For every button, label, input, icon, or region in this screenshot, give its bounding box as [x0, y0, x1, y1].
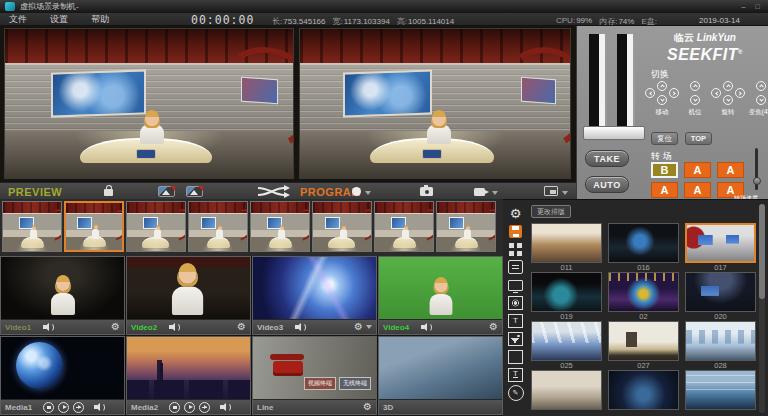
source-video-image[interactable]: [127, 257, 250, 319]
scene-bank-thumb[interactable]: [250, 201, 310, 252]
display-icon[interactable]: [506, 277, 525, 293]
left-arrow-button[interactable]: [645, 88, 655, 98]
maximize-button[interactable]: □: [752, 2, 763, 12]
volume-icon[interactable]: [43, 323, 54, 332]
gallery-scene-thumb[interactable]: [531, 272, 602, 312]
volume-icon[interactable]: [220, 403, 231, 412]
change-layout-button[interactable]: 更改排版: [531, 205, 571, 218]
volume-icon[interactable]: [421, 323, 432, 332]
gallery-scene-thumb[interactable]: [685, 321, 756, 361]
scene-bank-thumb[interactable]: [188, 201, 248, 252]
transition-a-button[interactable]: A: [684, 162, 711, 178]
gear-icon[interactable]: ⚙: [489, 322, 498, 332]
gallery-scene-thumb[interactable]: [531, 223, 602, 263]
gallery-scene-thumb[interactable]: [531, 370, 602, 410]
next-button[interactable]: [73, 402, 84, 413]
gallery-scrollbar[interactable]: [759, 204, 765, 413]
down-arrow-button[interactable]: [657, 95, 667, 105]
transition-b-button[interactable]: B: [651, 162, 678, 178]
up-arrow-button[interactable]: [657, 81, 667, 91]
gallery-scene-thumb[interactable]: [685, 223, 756, 263]
left-arrow-button[interactable]: [711, 88, 721, 98]
transition-a-button[interactable]: A: [651, 182, 678, 198]
source-video-image[interactable]: [379, 337, 502, 399]
swap-pvw-pgm-icon[interactable]: [256, 185, 290, 198]
next-button[interactable]: [199, 402, 210, 413]
source-video-image[interactable]: [127, 337, 250, 399]
transition-a-button[interactable]: A: [717, 162, 744, 178]
scene-bank-thumb[interactable]: [436, 201, 496, 252]
source-menu-caret-icon[interactable]: [366, 325, 372, 329]
source-video-image[interactable]: [253, 257, 376, 319]
gallery-scene-thumb[interactable]: [685, 370, 756, 410]
volume-icon[interactable]: [169, 323, 180, 332]
tbar-fader[interactable]: [583, 34, 645, 148]
gallery-scene-thumb[interactable]: [685, 272, 756, 312]
stop-button[interactable]: [169, 402, 180, 413]
menu-文件[interactable]: 文件: [0, 13, 36, 26]
program-monitor[interactable]: [299, 28, 571, 179]
draw-pen-icon[interactable]: [506, 385, 525, 401]
scene-grid-icon[interactable]: [506, 241, 525, 257]
source-video-image[interactable]: [1, 337, 124, 399]
gallery-scrollbar-thumb[interactable]: [759, 204, 765, 299]
transition-speed-slider[interactable]: [755, 148, 758, 190]
right-arrow-button[interactable]: [669, 88, 679, 98]
transition-speed-knob[interactable]: [753, 177, 761, 185]
record-icon[interactable]: [352, 187, 361, 196]
gallery-scene-thumb[interactable]: [608, 223, 679, 263]
gear-icon[interactable]: ⚙: [111, 322, 120, 332]
record-menu-caret-icon[interactable]: [365, 191, 371, 195]
source-video-image[interactable]: [379, 257, 502, 319]
gallery-scene-thumb[interactable]: [531, 321, 602, 361]
settings-gear-icon[interactable]: [506, 205, 525, 221]
lock-icon[interactable]: [104, 189, 113, 196]
tbar-blade[interactable]: [589, 34, 607, 126]
take-button[interactable]: TAKE: [585, 150, 629, 167]
reset-button[interactable]: 复位: [651, 132, 678, 145]
gallery-scene-thumb[interactable]: [608, 321, 679, 361]
pip-menu-caret-icon[interactable]: [562, 191, 568, 195]
region-frame-icon[interactable]: [506, 349, 525, 365]
scene-bank-thumb[interactable]: [126, 201, 186, 252]
image-overlay-icon[interactable]: [506, 331, 525, 347]
camcorder-icon[interactable]: [474, 188, 485, 196]
tbar-base[interactable]: [583, 126, 645, 140]
camcorder-menu-caret-icon[interactable]: [492, 191, 498, 195]
source-video-image[interactable]: 视频终端无线终端: [253, 337, 376, 399]
title-text-icon[interactable]: [506, 313, 525, 329]
gear-icon[interactable]: ⚙: [363, 402, 372, 412]
overlay-key2-icon[interactable]: [186, 186, 203, 197]
stop-button[interactable]: [43, 402, 54, 413]
down-arrow-button[interactable]: [690, 95, 700, 105]
save-icon[interactable]: [506, 223, 525, 239]
top-button[interactable]: TOP: [685, 132, 712, 145]
volume-icon[interactable]: [295, 323, 306, 332]
gear-icon[interactable]: ⚙: [354, 322, 363, 332]
overlay-key1-icon[interactable]: [158, 186, 175, 197]
scene-bank-thumb[interactable]: [64, 201, 124, 252]
down-arrow-button[interactable]: [723, 95, 733, 105]
playlist-icon[interactable]: [506, 259, 525, 275]
up-arrow-button[interactable]: [756, 81, 766, 91]
right-arrow-button[interactable]: [735, 88, 745, 98]
minimize-button[interactable]: –: [738, 2, 749, 12]
source-video-image[interactable]: [1, 257, 124, 319]
scene-bank-thumb[interactable]: [312, 201, 372, 252]
auto-button[interactable]: AUTO: [585, 176, 629, 193]
up-arrow-button[interactable]: [723, 81, 733, 91]
preview-monitor[interactable]: [4, 28, 294, 179]
volume-icon[interactable]: [94, 403, 105, 412]
gear-icon[interactable]: ⚙: [237, 322, 246, 332]
light-icon[interactable]: [506, 295, 525, 311]
snapsh0t-camera-icon[interactable]: [420, 187, 433, 196]
subtitle-text-icon[interactable]: [506, 367, 525, 383]
up-arrow-button[interactable]: [690, 81, 700, 91]
transition-a-button[interactable]: A: [684, 182, 711, 198]
tbar-blade[interactable]: [617, 34, 635, 126]
scene-bank-thumb[interactable]: [2, 201, 62, 252]
down-arrow-button[interactable]: [756, 95, 766, 105]
menu-帮助[interactable]: 帮助: [82, 13, 118, 26]
play-button[interactable]: [184, 402, 195, 413]
scene-bank-thumb[interactable]: [374, 201, 434, 252]
